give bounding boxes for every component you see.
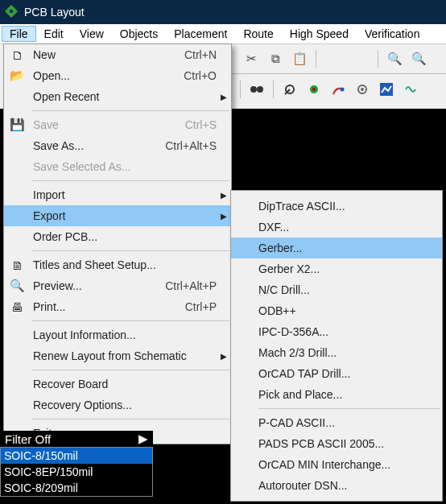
- file-renew-layout[interactable]: Renew Layout from Schematic ▶: [4, 345, 231, 366]
- separator-icon: [378, 50, 378, 68]
- svg-point-2: [250, 86, 257, 93]
- preview-icon: 🔍: [4, 279, 30, 293]
- filter-arrow-icon: ▶: [138, 432, 148, 446]
- open-folder-icon: 📂: [4, 68, 30, 83]
- component-list[interactable]: SOIC-8/150milSOIC-8EP/150milSOIC-8/209mi…: [0, 447, 153, 497]
- wave-icon[interactable]: [401, 80, 420, 99]
- file-titles-sheet-setup[interactable]: 🗎 Titles and Sheet Setup...: [4, 254, 231, 275]
- component-list-item[interactable]: SOIC-8EP/150mil: [1, 464, 152, 480]
- file-export[interactable]: Export ▶: [4, 205, 231, 226]
- component-list-item[interactable]: SOIC-8/209mil: [1, 480, 152, 496]
- export-submenu: DipTrace ASCII...DXF...Gerber...Gerber X…: [230, 190, 443, 502]
- separator-icon: [240, 81, 241, 98]
- menu-highspeed[interactable]: High Speed: [282, 26, 357, 42]
- export-item-pick-and-place[interactable]: Pick and Place...: [231, 384, 442, 405]
- menu-separator: [258, 408, 440, 409]
- export-item-orcad-tap-drill[interactable]: OrCAD TAP Drill...: [231, 363, 442, 384]
- export-item-mach-2-3-drill[interactable]: Mach 2/3 Drill...: [231, 342, 442, 363]
- print-icon: 🖶: [4, 300, 30, 314]
- menu-objects[interactable]: Objects: [112, 26, 166, 42]
- submenu-arrow-icon: ▶: [217, 212, 231, 221]
- svg-point-8: [341, 88, 345, 92]
- menu-edit[interactable]: Edit: [36, 26, 72, 42]
- zoom-out-icon[interactable]: 🔍: [409, 49, 428, 68]
- export-item-autorouter-dsn[interactable]: Autorouter DSN...: [231, 475, 442, 496]
- app-title: PCB Layout: [24, 6, 85, 19]
- menu-separator: [31, 250, 229, 251]
- menu-separator: [31, 370, 229, 370]
- menu-verification[interactable]: Verification: [357, 26, 427, 42]
- zoom-in-icon[interactable]: 🔍: [385, 49, 404, 68]
- submenu-arrow-icon: ▶: [217, 352, 231, 361]
- export-item-pads-pcb-ascii-2005[interactable]: PADS PCB ASCII 2005...: [231, 433, 442, 454]
- menu-separator: [31, 320, 229, 321]
- menu-placement[interactable]: Placement: [166, 26, 235, 42]
- file-open-recent[interactable]: Open Recent ▶: [4, 86, 231, 107]
- save-icon: 💾: [4, 118, 30, 132]
- component-panel: Filter Off ▶ SOIC-8/150milSOIC-8EP/150mi…: [0, 431, 153, 497]
- export-item-orcad-min-interchange[interactable]: OrCAD MIN Interchange...: [231, 454, 442, 475]
- export-item-gerber-x2[interactable]: Gerber X2...: [231, 258, 442, 279]
- export-item-gerber[interactable]: Gerber...: [231, 238, 442, 258]
- menu-separator: [31, 419, 229, 419]
- file-open[interactable]: 📂 Open... Ctrl+O: [4, 65, 231, 86]
- menu-file[interactable]: File: [2, 26, 36, 42]
- export-item-diptrace-ascii[interactable]: DipTrace ASCII...: [231, 196, 442, 217]
- app-icon: [5, 5, 18, 20]
- menu-route[interactable]: Route: [235, 26, 281, 42]
- via-icon[interactable]: [280, 80, 299, 99]
- file-order-pcb[interactable]: Order PCB...: [4, 226, 231, 247]
- export-item-n-c-drill[interactable]: N/C Drill...: [231, 279, 442, 300]
- svg-point-7: [312, 88, 316, 91]
- copy-icon[interactable]: ⧉: [266, 49, 285, 68]
- svg-point-3: [257, 86, 263, 93]
- menu-separator: [31, 180, 229, 181]
- submenu-arrow-icon: ▶: [217, 93, 231, 101]
- svg-rect-1: [10, 10, 13, 13]
- file-save-selected-as: Save Selected As...: [4, 156, 231, 177]
- file-dropdown: 🗋 New Ctrl+N 📂 Open... Ctrl+O Open Recen…: [3, 43, 232, 444]
- export-item-dxf[interactable]: DXF...: [231, 217, 442, 238]
- file-preview[interactable]: 🔍 Preview... Ctrl+Alt+P: [4, 275, 231, 296]
- plot-blue-icon[interactable]: [377, 80, 396, 99]
- sheet-setup-icon: 🗎: [4, 258, 30, 272]
- export-item-odb[interactable]: ODB++: [231, 300, 442, 321]
- file-save-as[interactable]: Save As... Ctrl+Alt+S: [4, 135, 231, 156]
- new-file-icon: 🗋: [4, 48, 30, 62]
- file-import[interactable]: Import ▶: [4, 184, 231, 205]
- menu-bar: File Edit View Objects Placement Route H…: [0, 24, 446, 43]
- filter-toggle[interactable]: Filter Off ▶: [0, 431, 153, 447]
- export-item-ipc-d-356a[interactable]: IPC-D-356A...: [231, 321, 442, 342]
- title-bar: PCB Layout: [0, 0, 446, 24]
- route-red-icon[interactable]: [328, 80, 348, 99]
- binoculars-icon[interactable]: [247, 80, 266, 99]
- submenu-arrow-icon: ▶: [217, 191, 231, 200]
- file-recover-board[interactable]: Recover Board: [4, 374, 231, 395]
- separator-icon: [316, 50, 316, 68]
- export-item-p-cad-ascii[interactable]: P-CAD ASCII...: [231, 412, 442, 433]
- target-gray-icon[interactable]: [353, 80, 372, 99]
- file-new[interactable]: 🗋 New Ctrl+N: [4, 44, 231, 65]
- file-layout-information[interactable]: Layout Information...: [4, 324, 231, 345]
- file-recovery-options[interactable]: Recovery Options...: [4, 395, 231, 415]
- filter-label: Filter Off: [5, 432, 51, 446]
- component-list-item[interactable]: SOIC-8/150mil: [1, 448, 152, 464]
- file-print[interactable]: 🖶 Print... Ctrl+P: [4, 296, 231, 317]
- cut-icon[interactable]: ✂: [242, 49, 261, 68]
- separator-icon: [273, 81, 274, 98]
- file-save: 💾 Save Ctrl+S: [4, 114, 231, 135]
- paste-icon[interactable]: 📋: [290, 49, 309, 68]
- toolbar-divider: [230, 73, 446, 74]
- menu-separator: [31, 110, 229, 111]
- target-green-icon[interactable]: [304, 80, 324, 99]
- svg-point-10: [361, 88, 364, 91]
- menu-view[interactable]: View: [72, 26, 112, 42]
